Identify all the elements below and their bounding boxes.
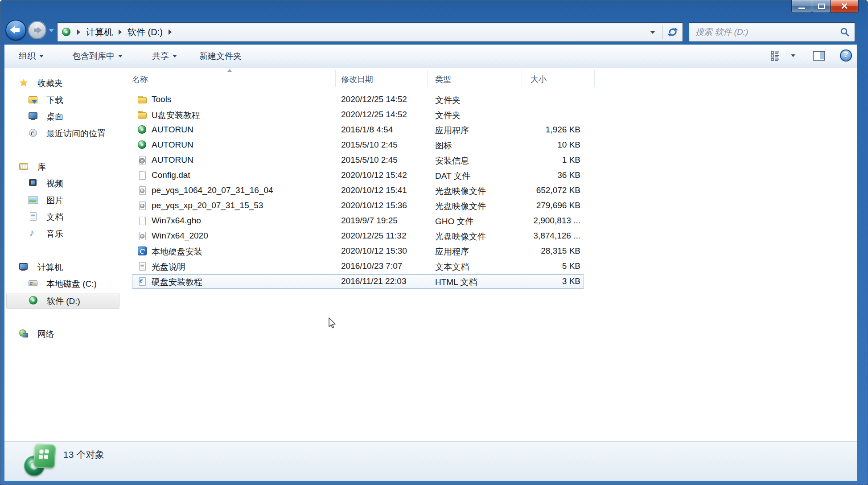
file-row[interactable]: pe_yqs_xp_20_07_31_15_53 2020/10/12 15:3… bbox=[0, 198, 852, 214]
breadcrumb-arrow-icon[interactable] bbox=[77, 29, 80, 35]
file-type: GHO 文件 bbox=[435, 216, 474, 227]
column-separator[interactable] bbox=[335, 70, 336, 87]
file-size: 1,926 KB bbox=[513, 125, 580, 135]
file-date: 2019/9/7 19:25 bbox=[341, 216, 398, 226]
file-size: 5 KB bbox=[513, 261, 580, 271]
share-label: 共享 bbox=[152, 50, 169, 62]
file-type: 光盘映像文件 bbox=[435, 231, 486, 242]
file-size: 279,696 KB bbox=[513, 201, 580, 210]
refresh-icon bbox=[667, 26, 679, 38]
chevron-down-icon bbox=[791, 54, 795, 57]
column-header-name[interactable]: 名称 bbox=[132, 74, 148, 85]
file-date: 2016/1/8 4:54 bbox=[341, 125, 393, 135]
sidebar-item[interactable]: 网络 bbox=[6, 326, 119, 341]
sidebar-item-label: 收藏夹 bbox=[37, 78, 63, 89]
file-type: DAT 文件 bbox=[435, 170, 471, 182]
explorer-window: 计算机 软件 (D:) 搜索 软件 (D:) 组织 包含到库中 bbox=[0, 0, 868, 485]
refresh-button[interactable] bbox=[663, 26, 683, 38]
file-type: 文本文档 bbox=[435, 261, 469, 273]
green-disc-drive-icon bbox=[29, 296, 38, 305]
file-date: 2015/5/10 2:45 bbox=[341, 140, 398, 150]
file-row[interactable]: Config.dat 2020/10/12 15:42 DAT 文件 36 KB bbox=[0, 168, 852, 183]
column-header-type[interactable]: 类型 bbox=[435, 74, 451, 85]
recent-pages-chevron-icon[interactable] bbox=[49, 29, 54, 32]
file-name: 本地硬盘安装 bbox=[152, 246, 202, 258]
minimize-button[interactable] bbox=[791, 0, 812, 13]
breadcrumb-drive-d[interactable]: 软件 (D:) bbox=[128, 26, 163, 38]
status-bar bbox=[4, 441, 857, 481]
maximize-button[interactable] bbox=[812, 0, 831, 13]
change-view-button[interactable] bbox=[770, 50, 795, 62]
file-row[interactable]: AUTORUN 2016/1/8 4:54 应用程序 1,926 KB bbox=[0, 123, 852, 138]
back-button[interactable] bbox=[5, 20, 26, 41]
file-size: 36 KB bbox=[513, 170, 580, 180]
chevron-down-icon bbox=[173, 55, 177, 58]
file-row[interactable]: 本地硬盘安装 2020/10/12 15:30 应用程序 28,315 KB bbox=[0, 244, 852, 259]
file-row[interactable]: U盘安装教程 2020/12/25 14:52 文件夹 bbox=[0, 107, 852, 123]
file-row[interactable]: Win7x64.gho 2019/9/7 19:25 GHO 文件 2,900,… bbox=[0, 214, 852, 229]
folder-icon bbox=[137, 95, 147, 104]
organize-label: 组织 bbox=[19, 50, 36, 62]
file-type: HTML 文档 bbox=[435, 276, 477, 288]
sort-ascending-icon bbox=[227, 69, 232, 72]
file-date: 2020/10/12 15:41 bbox=[341, 185, 407, 195]
html-file-icon bbox=[137, 276, 147, 286]
green-installer-box-icon bbox=[33, 444, 56, 469]
file-type: 图标 bbox=[435, 140, 452, 152]
file-date: 2016/10/23 7:07 bbox=[341, 261, 402, 271]
file-row[interactable]: 光盘说明 2016/10/23 7:07 文本文档 5 KB bbox=[0, 259, 852, 274]
breadcrumb-computer[interactable]: 计算机 bbox=[86, 26, 113, 38]
sidebar-item[interactable]: 收藏夹 bbox=[6, 75, 119, 90]
file-size: 1 KB bbox=[513, 155, 580, 165]
file-row[interactable]: AUTORUN 2015/5/10 2:45 安装信息 1 KB bbox=[0, 153, 852, 168]
green-disc-icon bbox=[137, 125, 147, 135]
disc-image-icon bbox=[137, 185, 147, 195]
green-disc-icon bbox=[137, 140, 147, 150]
file-name: Tools bbox=[152, 95, 171, 104]
setup-info-icon bbox=[137, 155, 147, 165]
help-button[interactable] bbox=[840, 49, 852, 62]
file-row[interactable]: Tools 2020/12/25 14:52 文件夹 bbox=[0, 92, 852, 107]
column-header-date[interactable]: 修改日期 bbox=[341, 74, 373, 85]
file-row[interactable]: pe_yqs_1064_20_07_31_16_04 2020/10/12 15… bbox=[0, 183, 852, 198]
share-button[interactable]: 共享 bbox=[152, 50, 177, 62]
file-name: pe_yqs_1064_20_07_31_16_04 bbox=[152, 185, 273, 195]
file-date: 2015/5/10 2:45 bbox=[341, 155, 398, 165]
file-type: 文件夹 bbox=[435, 95, 461, 106]
file-row[interactable]: Win7x64_2020 2020/12/25 11:32 光盘映像文件 3,8… bbox=[0, 229, 852, 244]
file-date: 2020/10/12 15:42 bbox=[341, 170, 407, 180]
drive-disc-icon bbox=[62, 27, 71, 37]
organize-button[interactable]: 组织 bbox=[19, 50, 44, 62]
file-size: 10 KB bbox=[513, 140, 580, 150]
breadcrumb-arrow-icon[interactable] bbox=[169, 29, 172, 35]
include-in-library-button[interactable]: 包含到库中 bbox=[72, 50, 123, 62]
close-button[interactable] bbox=[830, 0, 859, 13]
sidebar-item[interactable]: 软件 (D:) bbox=[6, 293, 119, 309]
file-row[interactable]: 硬盘安装教程 2016/11/21 22:03 HTML 文档 3 KB bbox=[0, 274, 852, 289]
file-size: 3,874,126 ... bbox=[513, 231, 580, 241]
blank-file-icon bbox=[137, 170, 147, 180]
file-size: 652,072 KB bbox=[513, 185, 580, 195]
forward-button[interactable] bbox=[28, 21, 46, 39]
file-name: Config.dat bbox=[152, 170, 190, 180]
file-size: 2,900,813 ... bbox=[513, 216, 580, 226]
file-row[interactable]: AUTORUN 2015/5/10 2:45 图标 10 KB bbox=[0, 138, 852, 153]
search-placeholder: 搜索 软件 (D:) bbox=[695, 26, 840, 38]
include-in-library-label: 包含到库中 bbox=[72, 50, 115, 62]
file-type: 安装信息 bbox=[435, 155, 469, 167]
search-icon[interactable] bbox=[840, 27, 850, 37]
preview-pane-button[interactable] bbox=[812, 50, 826, 63]
column-header-size[interactable]: 大小 bbox=[531, 74, 547, 85]
search-box[interactable]: 搜索 软件 (D:) bbox=[689, 22, 855, 42]
folder-icon bbox=[137, 110, 147, 119]
breadcrumb-arrow-icon[interactable] bbox=[119, 29, 122, 35]
column-separator[interactable] bbox=[427, 70, 428, 87]
address-bar[interactable]: 计算机 软件 (D:) bbox=[57, 22, 683, 42]
preview-pane-icon bbox=[812, 50, 826, 61]
address-dropdown-icon[interactable] bbox=[650, 31, 655, 34]
column-separator[interactable] bbox=[522, 70, 522, 87]
file-type: 光盘映像文件 bbox=[435, 201, 486, 212]
new-folder-button[interactable]: 新建文件夹 bbox=[199, 50, 242, 62]
column-separator[interactable] bbox=[594, 70, 595, 87]
file-name: Win7x64.gho bbox=[152, 216, 201, 226]
